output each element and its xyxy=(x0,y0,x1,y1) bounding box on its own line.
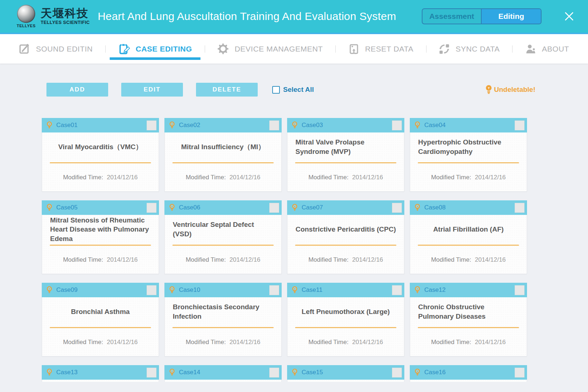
case-id-label: Case09 xyxy=(56,286,78,294)
close-button[interactable] xyxy=(563,10,576,23)
modified-time-value: 2014/12/16 xyxy=(107,256,138,264)
case-id-label: Case05 xyxy=(56,204,78,211)
case-checkbox[interactable] xyxy=(392,285,402,295)
case-checkbox[interactable] xyxy=(515,285,524,295)
modified-time-value: 2014/12/16 xyxy=(352,256,383,264)
case-card[interactable]: Case04 Hypertrophic Obstructive Cardiomy… xyxy=(410,118,527,192)
case-checkbox[interactable] xyxy=(147,203,156,213)
nav-device-management[interactable]: DEVICE MANAGEMENT xyxy=(216,34,324,64)
case-card[interactable]: Case14 xyxy=(164,365,282,382)
case-id-label: Case10 xyxy=(179,286,200,294)
main-nav: SOUND EDITIN CASE EDITING xyxy=(0,34,588,64)
select-all-checkbox[interactable] xyxy=(272,86,280,94)
modified-time: Modified Time: 2014/12/16 xyxy=(410,328,527,356)
case-title-zone xyxy=(410,380,527,382)
add-button[interactable]: ADD xyxy=(46,83,108,97)
edit-square-icon xyxy=(19,43,30,54)
case-title-zone: Hypertrophic Obstructive Cardiomyopathy xyxy=(410,132,527,162)
brand-name-cn: 天堰科技 xyxy=(41,8,90,20)
case-card-body: Bronchial Asthma Modified Time: 2014/12/… xyxy=(42,297,159,356)
select-all-control[interactable]: Select All xyxy=(272,86,314,94)
case-checkbox[interactable] xyxy=(269,203,279,213)
modified-time-value: 2014/12/16 xyxy=(229,174,260,181)
case-card[interactable]: Case06 Ventricular Septal Defect (VSD) M… xyxy=(164,200,282,274)
case-checkbox[interactable] xyxy=(147,368,156,377)
case-title: Bronchiectasis Secondary Infection xyxy=(173,302,273,321)
modified-time-label: Modified Time: xyxy=(309,339,349,346)
case-title-zone: Atrial Fibrillation (AF) xyxy=(410,215,527,244)
case-checkbox[interactable] xyxy=(515,121,524,130)
nav-separator xyxy=(512,45,513,53)
reset-device-icon xyxy=(348,44,359,54)
case-checkbox[interactable] xyxy=(392,203,402,213)
case-card[interactable]: Case05 Mitral Stenosis of Rheumatic Hear… xyxy=(42,200,159,274)
nav-sync-data[interactable]: SYNC DATA xyxy=(437,34,501,64)
nav-separator xyxy=(205,45,205,53)
nav-label: SOUND EDITIN xyxy=(36,45,93,53)
case-checkbox[interactable] xyxy=(392,368,402,377)
lightbulb-icon xyxy=(46,368,52,377)
case-card[interactable]: Case15 xyxy=(287,365,404,382)
case-checkbox[interactable] xyxy=(269,368,279,377)
edit-button[interactable]: EDIT xyxy=(121,83,183,97)
case-card-body: Viral Myocarditis（VMC） Modified Time: 20… xyxy=(42,132,159,192)
undeletable-hint: Undeletable! xyxy=(485,85,535,95)
modified-time: Modified Time: 2014/12/16 xyxy=(42,246,159,274)
case-title: Viral Myocarditis（VMC） xyxy=(58,142,143,152)
case-card[interactable]: Case03 Mitral Valve Prolapse Syndrome (M… xyxy=(287,118,404,192)
case-checkbox[interactable] xyxy=(269,121,279,130)
case-checkbox[interactable] xyxy=(147,285,156,295)
case-id-label: Case15 xyxy=(302,369,323,376)
assessment-tab[interactable]: Assessment xyxy=(422,9,482,24)
case-card[interactable]: Case01 Viral Myocarditis（VMC） Modified T… xyxy=(42,118,159,192)
lightbulb-icon xyxy=(46,204,52,212)
case-card[interactable]: Case02 Mitral Insufficiency（MI） Modified… xyxy=(164,118,282,192)
close-icon xyxy=(564,11,575,22)
case-card-header: Case10 xyxy=(164,283,282,297)
modified-time-label: Modified Time: xyxy=(186,339,226,346)
case-checkbox[interactable] xyxy=(515,368,524,377)
case-checkbox[interactable] xyxy=(269,285,279,295)
delete-button[interactable]: DELETE xyxy=(196,83,258,97)
nav-about[interactable]: ABOUT xyxy=(524,34,571,64)
case-card-header: Case11 xyxy=(287,283,404,297)
case-id-label: Case02 xyxy=(179,122,200,129)
case-card-header: Case09 xyxy=(42,283,159,297)
case-card-header: Case06 xyxy=(164,200,282,215)
case-card-body: Chronic Obstructive Pulmonary Diseases M… xyxy=(410,297,527,356)
lightbulb-icon xyxy=(292,121,298,130)
case-title: Mitral Insufficiency（MI） xyxy=(181,142,265,152)
case-title-zone: Mitral Valve Prolapse Syndrome (MVP) xyxy=(287,132,404,162)
case-card[interactable]: Case08 Atrial Fibrillation (AF) Modified… xyxy=(410,200,527,274)
case-card[interactable]: Case16 xyxy=(410,365,527,382)
nav-sound-editing[interactable]: SOUND EDITIN xyxy=(17,34,94,64)
case-card[interactable]: Case12 Chronic Obstructive Pulmonary Dis… xyxy=(410,283,527,356)
case-card[interactable]: Case11 Left Pneumothorax (Large) Modifie… xyxy=(287,283,404,356)
case-id-label: Case11 xyxy=(302,286,322,294)
case-card-body: Hypertrophic Obstructive Cardiomyopathy … xyxy=(410,132,527,192)
case-title: Chronic Obstructive Pulmonary Diseases xyxy=(418,302,519,321)
case-title-zone: Left Pneumothorax (Large) xyxy=(287,297,404,326)
case-card[interactable]: Case07 Constrictive Pericarditis (CPC) M… xyxy=(287,200,404,274)
modified-time-label: Modified Time: xyxy=(431,339,471,346)
case-id-label: Case12 xyxy=(424,286,446,294)
modified-time-value: 2014/12/16 xyxy=(475,256,506,264)
tellyes-logo: TELLYES xyxy=(17,5,36,28)
case-card[interactable]: Case13 xyxy=(42,365,159,382)
modified-time: Modified Time: 2014/12/16 xyxy=(287,163,404,191)
modified-time-value: 2014/12/16 xyxy=(107,174,138,181)
case-id-label: Case13 xyxy=(56,369,78,376)
nav-case-editing[interactable]: CASE EDITING xyxy=(117,34,193,64)
lightbulb-icon xyxy=(169,204,175,212)
case-checkbox[interactable] xyxy=(147,121,156,130)
case-checkbox[interactable] xyxy=(515,203,524,213)
case-checkbox[interactable] xyxy=(392,121,402,130)
nav-reset-data[interactable]: RESET DATA xyxy=(347,34,415,64)
clipboard-pencil-icon xyxy=(118,43,130,55)
lightbulb-icon xyxy=(169,368,175,377)
modified-time-value: 2014/12/16 xyxy=(475,174,506,181)
case-card-body: Mitral Insufficiency（MI） Modified Time: … xyxy=(164,132,282,192)
editing-tab[interactable]: Editing xyxy=(482,9,541,24)
case-card[interactable]: Case09 Bronchial Asthma Modified Time: 2… xyxy=(42,283,159,356)
case-card[interactable]: Case10 Bronchiectasis Secondary Infectio… xyxy=(164,283,282,356)
